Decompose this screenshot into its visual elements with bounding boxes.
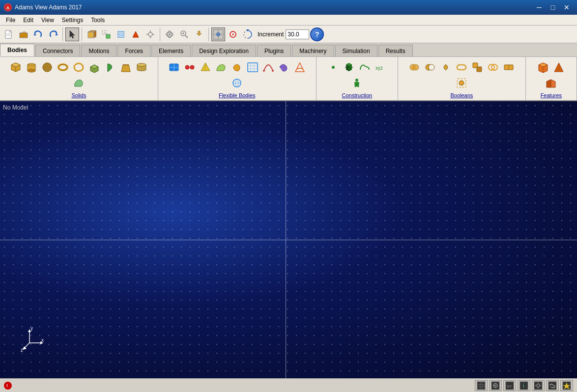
- tab-forces[interactable]: Forces: [117, 45, 150, 56]
- bool-cut-btn[interactable]: [501, 60, 516, 75]
- light-button[interactable]: [560, 380, 573, 391]
- scale-tool[interactable]: [129, 28, 143, 41]
- help-button[interactable]: ?: [310, 28, 324, 41]
- svg-rect-16: [119, 33, 122, 36]
- flex5-btn[interactable]: [230, 60, 244, 75]
- point-btn[interactable]: [326, 60, 341, 75]
- select-tool[interactable]: [65, 28, 79, 41]
- revolve-solid-btn[interactable]: [103, 60, 117, 75]
- menubar: File Edit View Settings Tools: [0, 15, 577, 26]
- flex1-btn[interactable]: [167, 60, 181, 75]
- coord-button[interactable]: XY: [503, 380, 516, 391]
- move-tool[interactable]: [144, 28, 157, 41]
- close-button[interactable]: ✕: [560, 2, 573, 12]
- open-button[interactable]: [17, 28, 30, 41]
- flex8-btn[interactable]: [277, 60, 291, 75]
- features-group: Features: [526, 57, 577, 100]
- construction-label[interactable]: Construction: [342, 92, 372, 98]
- snap-toggle-button[interactable]: [489, 380, 502, 391]
- tab-connectors[interactable]: Connectors: [35, 45, 80, 56]
- menu-edit[interactable]: Edit: [19, 16, 37, 25]
- tab-motions[interactable]: Motions: [81, 45, 116, 56]
- flex3-btn[interactable]: [198, 60, 213, 75]
- toolbar: Increment ?: [0, 26, 577, 43]
- rotate-tool[interactable]: [114, 28, 128, 41]
- frustrum-solid-btn[interactable]: [118, 60, 133, 75]
- feat3-btn[interactable]: [544, 76, 558, 90]
- tab-machinery[interactable]: Machinery: [292, 45, 334, 56]
- features-label[interactable]: Features: [541, 92, 562, 98]
- bool-merge-btn[interactable]: [470, 60, 485, 75]
- flex7-btn[interactable]: [261, 60, 276, 75]
- orbit-tool[interactable]: [163, 28, 176, 41]
- torus-solid-btn[interactable]: [56, 60, 70, 75]
- svg-point-63: [272, 70, 274, 72]
- tab-results[interactable]: Results: [378, 45, 413, 56]
- tab-design-exploration[interactable]: Design Exploration: [192, 45, 256, 56]
- new-button[interactable]: [2, 28, 16, 41]
- undo-button[interactable]: [31, 28, 45, 41]
- bool-shell-btn[interactable]: [486, 60, 500, 75]
- settings-status-button[interactable]: [532, 380, 545, 391]
- box-tool[interactable]: [85, 28, 98, 41]
- svg-rect-9: [88, 32, 94, 38]
- flex9-btn[interactable]: [292, 60, 307, 75]
- box-solid-btn[interactable]: [8, 60, 23, 75]
- flex4-btn[interactable]: [214, 60, 229, 75]
- bool-link-btn[interactable]: [454, 60, 469, 75]
- feat1-btn[interactable]: [536, 60, 550, 75]
- shell-solid-btn[interactable]: [71, 76, 86, 90]
- cylinder-solid-btn[interactable]: [24, 60, 39, 75]
- transform-tool[interactable]: [99, 28, 113, 41]
- flex2-btn[interactable]: [182, 60, 197, 75]
- bool-intersect-btn[interactable]: [438, 60, 453, 75]
- flex10-btn[interactable]: [230, 76, 244, 90]
- feat2-btn[interactable]: [551, 60, 566, 75]
- grid-toggle-button[interactable]: [475, 380, 488, 391]
- titlebar: A Adams View Adams 2017 ─ □ ✕: [0, 0, 577, 15]
- info-button[interactable]: i: [518, 380, 530, 391]
- pipe-solid-btn[interactable]: [134, 60, 149, 75]
- menu-settings[interactable]: Settings: [58, 16, 87, 25]
- snap-center-button[interactable]: [211, 28, 225, 41]
- tab-elements[interactable]: Elements: [151, 45, 191, 56]
- svg-point-36: [232, 33, 234, 35]
- minimize-button[interactable]: ─: [533, 2, 546, 12]
- bool-glue-btn[interactable]: [454, 76, 469, 90]
- chain-button[interactable]: [546, 380, 559, 391]
- svg-text:!: !: [6, 383, 8, 388]
- svg-point-62: [263, 70, 265, 72]
- rotate3d-button[interactable]: [241, 28, 255, 41]
- torus2-solid-btn[interactable]: [71, 60, 86, 75]
- solids-label[interactable]: Solids: [71, 92, 86, 98]
- pan-tool[interactable]: [192, 28, 206, 41]
- svg-point-34: [218, 34, 219, 35]
- extrude-solid-btn[interactable]: [87, 60, 102, 75]
- sphere-solid-btn[interactable]: [40, 60, 55, 75]
- increment-input[interactable]: [286, 29, 309, 39]
- redo-button[interactable]: [46, 28, 60, 41]
- tab-simulation[interactable]: Simulation: [335, 45, 377, 56]
- crosshair-button[interactable]: [226, 28, 240, 41]
- person-btn[interactable]: [349, 76, 364, 90]
- booleans-label[interactable]: Booleans: [450, 92, 473, 98]
- bool-union-btn[interactable]: [407, 60, 422, 75]
- menu-view[interactable]: View: [37, 16, 58, 25]
- bool-subtract-btn[interactable]: [423, 60, 437, 75]
- no-model-label: No Model: [3, 104, 28, 111]
- svg-point-71: [355, 79, 358, 82]
- marker-btn[interactable]: [342, 60, 356, 75]
- sep1: [62, 28, 63, 41]
- svg-rect-99: [477, 382, 485, 390]
- flexible-bodies-label[interactable]: Flexible Bodies: [219, 92, 256, 98]
- zoom-tool[interactable]: [177, 28, 191, 41]
- viewport-container[interactable]: No Model y x z: [0, 101, 577, 378]
- tab-bodies[interactable]: Bodies: [0, 44, 34, 56]
- menu-tools[interactable]: Tools: [87, 16, 109, 25]
- xyz-btn[interactable]: xyz: [373, 60, 388, 75]
- flex6-btn[interactable]: [245, 60, 260, 75]
- tab-plugins[interactable]: Plugins: [257, 45, 291, 56]
- curve-btn[interactable]: [357, 60, 372, 75]
- maximize-button[interactable]: □: [547, 2, 559, 12]
- menu-file[interactable]: File: [2, 16, 19, 25]
